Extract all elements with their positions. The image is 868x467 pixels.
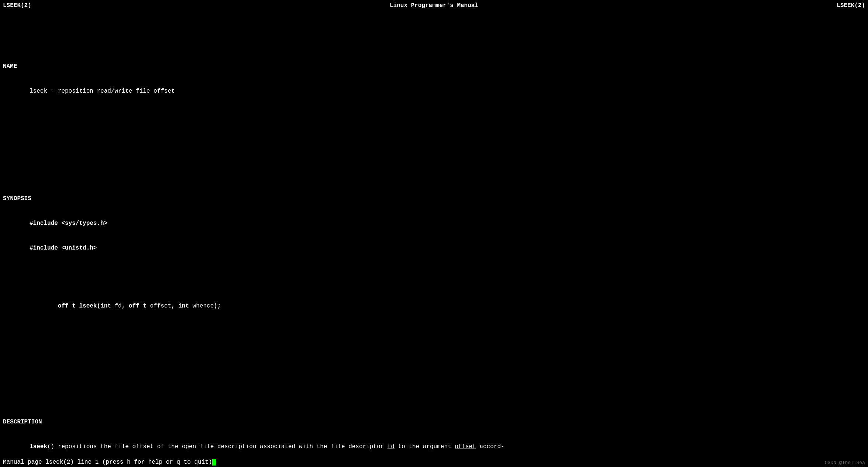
synopsis-include2: #include <unistd.h> [3,244,865,252]
name-heading: NAME [3,62,865,71]
synopsis-section: SYNOPSIS #include <sys/types.h> #include… [3,178,865,335]
status-bar: Manual page lseek(2) line 1 (press h for… [0,457,868,467]
header-right: LSEEK(2) [837,1,865,10]
terminal: LSEEK(2) Linux Programmer's Manual LSEEK… [0,0,868,467]
manual-content: NAME lseek - reposition read/write file … [0,11,868,467]
header: LSEEK(2) Linux Programmer's Manual LSEEK… [0,0,868,11]
watermark: CSDN @TheITSea [825,460,865,466]
header-left: LSEEK(2) [3,1,31,10]
name-section: NAME lseek - reposition read/write file … [3,46,865,112]
description-intro: lseek() repositions the file offset of t… [3,443,865,451]
cursor [212,459,216,466]
synopsis-prototype: off_t lseek(int fd, off_t offset, int wh… [3,294,865,319]
status-text: Manual page lseek(2) line 1 (press h for… [3,458,212,466]
header-center: Linux Programmer's Manual [390,1,478,10]
description-heading: DESCRIPTION [3,418,865,426]
synopsis-include1: #include <sys/types.h> [3,219,865,227]
synopsis-heading: SYNOPSIS [3,195,865,203]
name-content: lseek - reposition read/write file offse… [3,87,865,95]
